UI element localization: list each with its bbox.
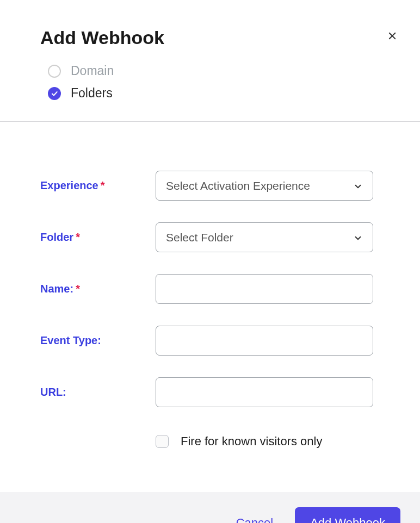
form-body: Experience* Select Activation Experience… [0, 122, 420, 492]
scope-radio-group: Domain Folders [40, 64, 380, 101]
known-visitors-checkbox[interactable] [156, 435, 169, 448]
close-icon [387, 31, 397, 42]
scope-label-domain: Domain [71, 64, 114, 78]
label-event-type: Event Type: [40, 334, 156, 347]
folder-select[interactable]: Select Folder [156, 222, 373, 252]
required-mark: * [101, 179, 105, 191]
label-name-text: Name: [40, 283, 73, 295]
row-name: Name:* [40, 274, 380, 304]
add-webhook-button[interactable]: Add Webhook [295, 507, 400, 523]
scope-option-folders[interactable]: Folders [48, 86, 380, 101]
cancel-button[interactable]: Cancel [233, 510, 276, 523]
folder-select-value: Select Folder [166, 231, 233, 244]
dialog-header: Add Webhook Domain Folders [0, 0, 420, 117]
scope-label-folders: Folders [71, 86, 113, 101]
label-url: URL: [40, 386, 156, 399]
chevron-down-icon [353, 233, 363, 242]
row-folder: Folder* Select Folder [40, 222, 380, 252]
known-visitors-label: Fire for known visitors only [181, 434, 322, 449]
row-event-type: Event Type: [40, 326, 380, 356]
add-webhook-dialog: Add Webhook Domain Folders [0, 0, 420, 523]
event-type-input[interactable] [156, 326, 373, 356]
name-input[interactable] [156, 274, 373, 304]
dialog-title: Add Webhook [40, 27, 380, 48]
required-mark: * [76, 231, 80, 243]
label-experience-text: Experience [40, 179, 98, 191]
label-folder-text: Folder [40, 231, 73, 243]
row-url: URL: [40, 377, 380, 407]
label-folder: Folder* [40, 231, 156, 244]
url-input[interactable] [156, 377, 373, 407]
label-name: Name:* [40, 283, 156, 295]
radio-unchecked-icon [48, 65, 61, 78]
experience-select[interactable]: Select Activation Experience [156, 171, 373, 201]
row-known-visitors: Fire for known visitors only [40, 429, 380, 449]
label-url-text: URL: [40, 386, 66, 398]
close-button[interactable] [384, 28, 400, 45]
label-experience: Experience* [40, 179, 156, 192]
scope-option-domain[interactable]: Domain [48, 64, 380, 78]
dialog-footer: Cancel Add Webhook [0, 492, 420, 523]
required-mark: * [76, 283, 80, 295]
radio-checked-icon [48, 87, 61, 100]
label-event-type-text: Event Type: [40, 334, 101, 346]
row-experience: Experience* Select Activation Experience [40, 171, 380, 201]
chevron-down-icon [353, 181, 363, 191]
experience-select-value: Select Activation Experience [166, 179, 310, 192]
